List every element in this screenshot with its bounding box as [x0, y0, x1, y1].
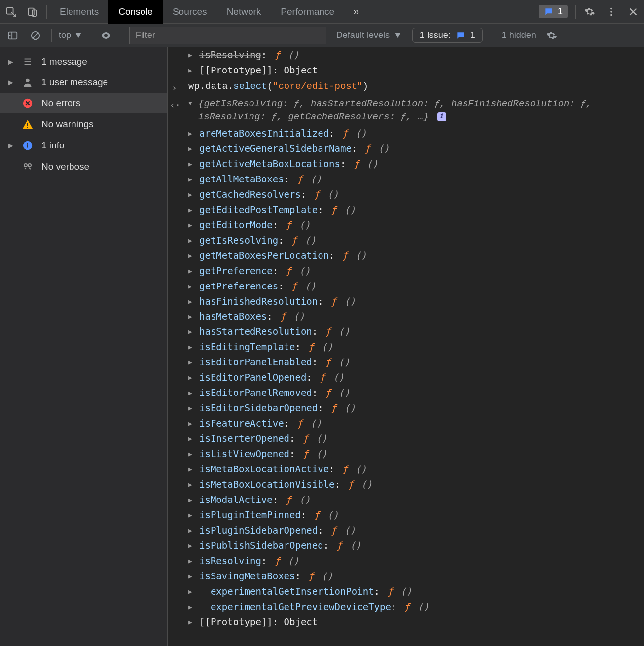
object-property-row[interactable]: ▶isEditingTemplate: ƒ (): [188, 339, 644, 355]
expand-triangle-icon[interactable]: ▶: [188, 221, 192, 230]
expand-triangle-icon[interactable]: ▶: [188, 572, 192, 581]
tabs-overflow-icon[interactable]: »: [344, 0, 368, 24]
console-result-row[interactable]: ‹· ▼ {getIsResolving: ƒ, hasStartedResol…: [168, 95, 644, 126]
expand-triangle-icon[interactable]: ▶: [188, 480, 192, 489]
sidebar-item-errors[interactable]: No errors: [0, 93, 167, 113]
object-property-row[interactable]: ▶isInserterOpened: ƒ (): [188, 431, 644, 446]
expand-triangle-icon[interactable]: ▶: [188, 282, 192, 291]
sidebar-item-verbose[interactable]: No verbose: [0, 156, 167, 178]
sidebar-item-user[interactable]: ▶1 user message: [0, 72, 167, 93]
object-property-row[interactable]: ▶isEditorSidebarOpened: ƒ (): [188, 400, 644, 416]
sidebar-item-info[interactable]: ▶1 info: [0, 135, 167, 156]
expand-triangle-icon[interactable]: ▶: [188, 541, 192, 550]
tab-elements[interactable]: Elements: [50, 0, 108, 24]
object-property-row[interactable]: ▶__experimentalGetPreviewDeviceType: ƒ (…: [188, 599, 644, 614]
expand-triangle-icon[interactable]: ▶: [188, 526, 192, 535]
object-property-row[interactable]: ▶getActiveGeneralSidebarName: ƒ (): [188, 141, 644, 156]
object-property-row[interactable]: ▶isPublishSidebarOpened: ƒ (): [188, 538, 644, 553]
tab-sources[interactable]: Sources: [163, 0, 217, 24]
close-icon[interactable]: [622, 0, 644, 24]
expand-triangle-icon[interactable]: ▶: [188, 267, 192, 276]
object-property-row[interactable]: ▶isResolving: ƒ (): [188, 553, 644, 569]
sidebar-item-warnings[interactable]: No warnings: [0, 113, 167, 135]
expand-triangle-icon[interactable]: ▶: [188, 587, 192, 596]
expand-triangle-icon[interactable]: ▶: [188, 373, 192, 382]
object-property-row[interactable]: ▶isListViewOpened: ƒ (): [188, 446, 644, 462]
object-property-row[interactable]: ▶getActiveMetaBoxLocations: ƒ (): [188, 156, 644, 172]
object-property-row[interactable]: ▶getCachedResolvers: ƒ (): [188, 187, 644, 202]
top-issues-chip[interactable]: 1: [539, 5, 568, 18]
expand-triangle-icon[interactable]: ▶: [188, 144, 192, 153]
expand-triangle-icon[interactable]: ▶: [188, 66, 192, 75]
expand-triangle-icon[interactable]: ▶: [188, 419, 192, 428]
expand-triangle-icon[interactable]: ▶: [188, 343, 192, 352]
object-property-row[interactable]: ▶hasMetaBoxes: ƒ (): [188, 309, 644, 324]
tab-performance[interactable]: Performance: [271, 0, 344, 24]
device-toolbar-icon[interactable]: [22, 0, 43, 24]
object-property-row[interactable]: ▶isMetaBoxLocationActive: ƒ (): [188, 462, 644, 477]
gear-icon[interactable]: [543, 30, 561, 41]
object-property-row[interactable]: ▶getMetaBoxesPerLocation: ƒ (): [188, 248, 644, 263]
object-property-row[interactable]: ▶getIsResolving: ƒ (): [188, 233, 644, 248]
expand-triangle-icon[interactable]: ▶: [188, 603, 192, 611]
object-property-row[interactable]: ▶isMetaBoxLocationVisible: ƒ (): [188, 477, 644, 492]
object-property-row[interactable]: ▶__experimentalGetInsertionPoint: ƒ (): [188, 584, 644, 599]
expand-triangle-icon[interactable]: ▶: [188, 404, 192, 413]
info-icon[interactable]: i: [437, 112, 446, 121]
context-selector[interactable]: top ▼: [59, 30, 83, 40]
expand-triangle-icon[interactable]: ▶: [188, 206, 192, 215]
console-command-row[interactable]: › wp.data.select("core/edit-post"): [168, 78, 644, 95]
expand-triangle-icon[interactable]: ▶: [7, 142, 14, 149]
object-property-row[interactable]: ▶hasFinishedResolution: ƒ (): [188, 294, 644, 309]
tab-network[interactable]: Network: [217, 0, 271, 24]
object-property-row[interactable]: ▶isEditorPanelEnabled: ƒ (): [188, 355, 644, 370]
expand-triangle-icon[interactable]: ▶: [188, 129, 192, 138]
object-property-row[interactable]: ▶getEditorMode: ƒ (): [188, 217, 644, 233]
expand-triangle-icon[interactable]: ▶: [188, 160, 192, 169]
expand-triangle-icon[interactable]: ▶: [188, 465, 192, 474]
sidebar-item-messages[interactable]: ▶1 message: [0, 51, 167, 72]
select-element-icon[interactable]: [0, 0, 22, 24]
object-property-row[interactable]: ▶isEditorPanelRemoved: ƒ (): [188, 385, 644, 400]
issues-pill[interactable]: 1 Issue: 1: [412, 28, 483, 43]
filter-input[interactable]: [136, 30, 320, 40]
object-property-row[interactable]: ▶getEditedPostTemplate: ƒ (): [188, 202, 644, 217]
object-property-row[interactable]: ▶getPreferences: ƒ (): [188, 279, 644, 294]
expand-triangle-icon[interactable]: ▶: [188, 51, 192, 60]
expand-triangle-icon[interactable]: ▶: [188, 312, 192, 321]
expand-triangle-icon[interactable]: ▶: [7, 58, 14, 66]
expand-triangle-icon[interactable]: ▶: [188, 389, 192, 397]
expand-triangle-icon[interactable]: ▶: [188, 251, 192, 260]
object-property-row[interactable]: ▶isSavingMetaBoxes: ƒ (): [188, 569, 644, 584]
toggle-sidebar-icon[interactable]: [4, 30, 22, 41]
expand-triangle-icon[interactable]: ▶: [7, 78, 14, 86]
object-property-row[interactable]: ▶isPluginSidebarOpened: ƒ (): [188, 523, 644, 538]
object-property-row[interactable]: ▶getPreference: ƒ (): [188, 263, 644, 279]
object-property-row[interactable]: ▶isFeatureActive: ƒ (): [188, 416, 644, 431]
expand-triangle-icon[interactable]: ▶: [188, 175, 192, 184]
expand-triangle-icon[interactable]: ▶: [188, 358, 192, 367]
tab-console[interactable]: Console: [108, 0, 163, 24]
object-property-row[interactable]: ▶isEditorPanelOpened: ƒ (): [188, 370, 644, 385]
expand-triangle-icon[interactable]: ▶: [188, 496, 192, 504]
object-property-row[interactable]: ▶isModalActive: ƒ (): [188, 492, 644, 507]
expand-triangle-icon[interactable]: ▶: [188, 434, 192, 443]
object-property-row[interactable]: ▶ isResolving: ƒ (): [188, 47, 644, 63]
expand-triangle-icon[interactable]: ▶: [188, 557, 192, 566]
gear-icon[interactable]: [579, 0, 601, 24]
filter-box[interactable]: [129, 27, 326, 44]
expand-triangle-icon[interactable]: ▶: [188, 236, 192, 245]
clear-console-icon[interactable]: [27, 30, 44, 41]
object-property-row[interactable]: ▶hasStartedResolution: ƒ (): [188, 324, 644, 339]
object-property-row[interactable]: ▶ [[Prototype]]: Object: [188, 63, 644, 78]
object-property-row[interactable]: ▶isPluginItemPinned: ƒ (): [188, 507, 644, 523]
expand-triangle-icon[interactable]: ▶: [188, 297, 192, 306]
object-property-row[interactable]: ▶ [[Prototype]]: Object: [188, 614, 644, 630]
live-expression-icon[interactable]: [97, 30, 115, 41]
object-property-row[interactable]: ▶areMetaBoxesInitialized: ƒ (): [188, 126, 644, 141]
expand-triangle-icon[interactable]: ▶: [188, 511, 192, 520]
expand-triangle-icon[interactable]: ▶: [188, 327, 192, 336]
kebab-menu-icon[interactable]: [601, 0, 622, 24]
expand-triangle-icon[interactable]: ▼: [188, 99, 192, 108]
object-property-row[interactable]: ▶getAllMetaBoxes: ƒ (): [188, 172, 644, 187]
